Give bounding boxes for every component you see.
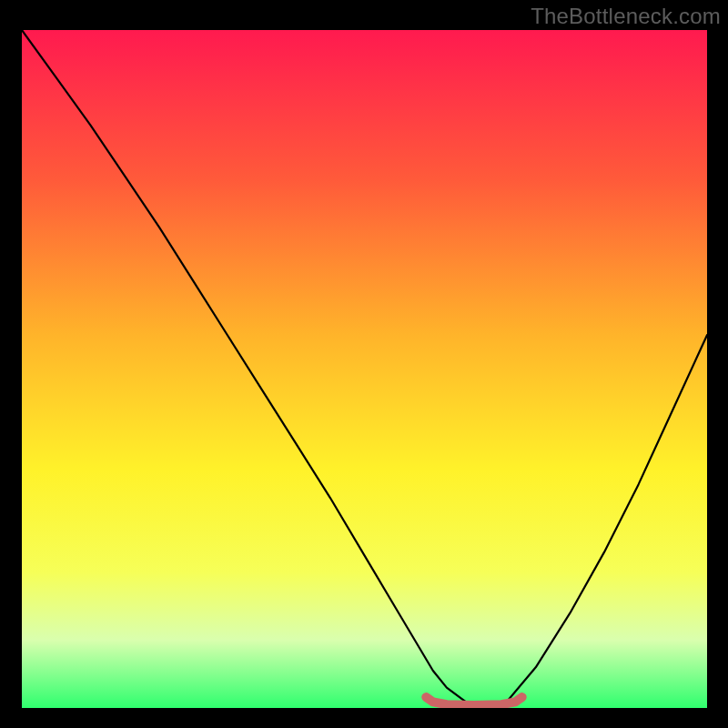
- chart-optimal-band: [426, 697, 521, 705]
- chart-frame: TheBottleneck.com: [0, 0, 728, 728]
- chart-svg-overlay: [22, 30, 707, 708]
- chart-plot-area: [22, 30, 707, 708]
- attribution-label: TheBottleneck.com: [531, 4, 721, 29]
- chart-curve-line: [22, 30, 707, 708]
